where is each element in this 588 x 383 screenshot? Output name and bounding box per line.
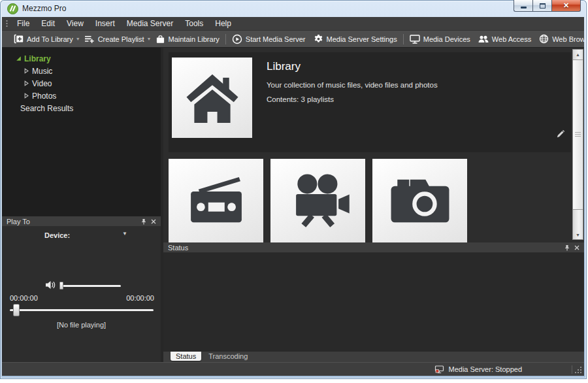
menu-bar: File Edit View Insert Media Server Tools… — [2, 17, 584, 31]
total-time: 00:00:00 — [126, 294, 154, 302]
tree-item-label: Search Results — [20, 104, 73, 113]
status-tabs: Status Transcoding — [163, 351, 584, 362]
maintain-library-label: Maintain Library — [169, 35, 220, 43]
workspace: Library Music Video — [2, 48, 584, 362]
library-home-tile[interactable] — [172, 58, 252, 138]
start-media-server-button[interactable]: Start Media Server — [228, 31, 310, 48]
toolbar: Add To Library ▼ Create Playlist ▼ Maint… — [2, 31, 584, 48]
media-devices-label: Media Devices — [423, 35, 470, 43]
status-panel: Status Status Transcoding — [163, 242, 584, 362]
tree-item-library[interactable]: Library — [2, 52, 161, 65]
web-browser-icon — [539, 34, 549, 44]
web-browser-label: Web Browser — [552, 35, 584, 43]
tree-item-search-results[interactable]: Search Results — [2, 102, 161, 114]
toolbar-separator — [403, 34, 404, 44]
minimize-button[interactable] — [514, 0, 532, 12]
play-to-header: Play To — [2, 216, 161, 227]
pin-icon[interactable] — [141, 218, 146, 225]
media-devices-icon — [410, 35, 420, 44]
maintain-library-button[interactable]: Maintain Library — [152, 31, 223, 48]
edit-pencil-icon[interactable] — [556, 129, 565, 139]
app-window: Mezzmo Pro ✕ File Edit View Insert Media… — [0, 0, 587, 379]
seek-slider-track[interactable] — [10, 309, 154, 311]
web-access-label: Web Access — [492, 35, 531, 43]
media-server-status-text: Media Server: Stopped — [448, 365, 522, 373]
volume-slider-track[interactable] — [61, 285, 121, 287]
status-bar: Media Server: Stopped — [2, 362, 584, 376]
photos-playlist-tile[interactable] — [372, 159, 467, 242]
menubar-drag-handle-icon[interactable] — [6, 20, 8, 28]
library-description: Your collection of music files, video fi… — [267, 81, 438, 89]
photo-camera-icon — [387, 174, 453, 227]
status-log-area — [163, 253, 584, 351]
web-access-button[interactable]: Web Access — [474, 31, 535, 48]
collapsed-arrow-icon[interactable] — [24, 80, 29, 86]
tree-item-video[interactable]: Video — [2, 77, 161, 90]
menu-help[interactable]: Help — [209, 17, 237, 30]
pin-icon[interactable] — [564, 244, 570, 251]
media-server-status-icon — [434, 365, 444, 374]
now-playing-text: [No file playing] — [2, 321, 161, 329]
tree-item-photos[interactable]: Photos — [2, 90, 161, 102]
client-area: File Edit View Insert Media Server Tools… — [2, 17, 584, 376]
menu-insert[interactable]: Insert — [90, 17, 121, 30]
close-button[interactable]: ✕ — [551, 0, 581, 12]
device-label: Device: — [44, 231, 70, 239]
tree-item-label: Video — [32, 79, 52, 88]
media-server-settings-icon — [314, 34, 323, 44]
seek-slider-thumb[interactable] — [13, 304, 20, 316]
volume-slider-thumb[interactable] — [59, 282, 63, 290]
maximize-icon — [540, 3, 546, 8]
media-server-settings-button[interactable]: Media Server Settings — [310, 31, 401, 48]
scroll-down-icon[interactable]: ▼ — [573, 230, 583, 239]
window-controls: ✕ — [514, 0, 581, 12]
expanded-arrow-icon[interactable] — [16, 56, 22, 61]
menu-media-server[interactable]: Media Server — [121, 17, 179, 30]
start-media-server-icon — [232, 34, 242, 44]
library-contents: Contents: 3 playlists — [267, 95, 334, 103]
scroll-up-icon[interactable]: ▲ — [573, 50, 583, 59]
create-playlist-dropdown-icon[interactable]: ▼ — [147, 37, 152, 41]
create-playlist-button[interactable]: Create Playlist — [80, 31, 148, 48]
tab-status[interactable]: Status — [171, 352, 201, 361]
close-panel-icon[interactable] — [574, 245, 580, 250]
music-playlist-tile[interactable] — [169, 159, 263, 242]
resize-grip-icon[interactable] — [575, 367, 582, 374]
web-access-icon — [478, 35, 489, 43]
video-playlist-tile[interactable] — [270, 159, 365, 242]
menu-edit[interactable]: Edit — [35, 17, 61, 30]
maximize-button[interactable] — [532, 0, 551, 12]
tab-transcoding[interactable]: Transcoding — [203, 352, 253, 361]
maintain-library-icon — [155, 35, 165, 44]
media-devices-button[interactable]: Media Devices — [406, 31, 474, 48]
create-playlist-icon — [84, 35, 95, 44]
mezzmo-logo-icon — [7, 3, 18, 14]
media-server-settings-label: Media Server Settings — [327, 35, 397, 43]
statusbar-separator — [572, 365, 572, 374]
menu-tools[interactable]: Tools — [179, 17, 209, 30]
radio-icon — [184, 171, 249, 230]
menu-view[interactable]: View — [61, 17, 90, 30]
scrollbar-thumb[interactable] — [573, 59, 583, 210]
add-to-library-dropdown-icon[interactable]: ▼ — [76, 37, 80, 41]
web-browser-button[interactable]: Web Browser — [535, 31, 584, 48]
main-scrollbar[interactable]: ▲ ▼ — [572, 49, 583, 240]
collapsed-arrow-icon[interactable] — [24, 93, 29, 99]
elapsed-time: 00:00:00 — [10, 294, 38, 302]
titlebar: Mezzmo Pro ✕ — [0, 0, 587, 17]
library-header: Library Your collection of music files, … — [169, 52, 571, 152]
tree-item-label: Library — [24, 54, 51, 63]
tree-item-label: Music — [32, 67, 52, 76]
add-to-library-label: Add To Library — [27, 35, 73, 43]
volume-speaker-icon[interactable] — [45, 280, 56, 290]
create-playlist-label: Create Playlist — [98, 35, 144, 43]
home-icon — [182, 69, 242, 127]
library-title: Library — [267, 60, 301, 73]
device-dropdown-icon[interactable]: ▼ — [122, 231, 127, 237]
menu-file[interactable]: File — [11, 17, 35, 30]
start-media-server-label: Start Media Server — [246, 35, 306, 43]
close-panel-icon[interactable] — [151, 219, 156, 224]
add-to-library-button[interactable]: Add To Library — [9, 31, 77, 48]
collapsed-arrow-icon[interactable] — [24, 68, 29, 74]
tree-item-music[interactable]: Music — [2, 65, 161, 77]
